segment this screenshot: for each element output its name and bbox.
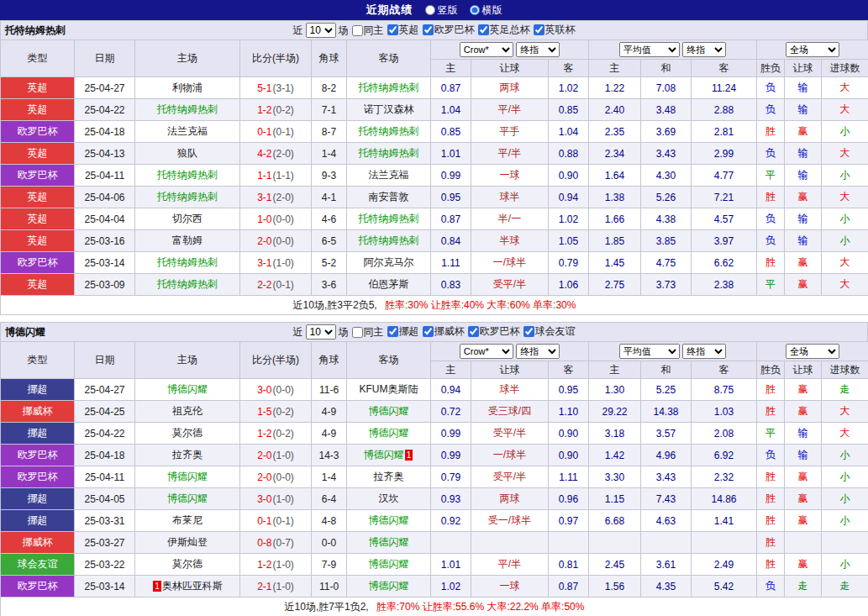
team-name-text: 拉齐奥: [172, 449, 203, 461]
league-checkbox[interactable]: [423, 24, 434, 35]
avg-home-cell: 1.64: [589, 165, 641, 187]
same-home-filter[interactable]: 同主: [349, 24, 384, 38]
league-checkbox[interactable]: [468, 326, 479, 337]
league-cell: 英超: [1, 187, 75, 208]
fulltime-select[interactable]: 全场: [786, 344, 839, 359]
date-cell: 25-04-11: [75, 165, 135, 187]
home-team-cell: 莫尔德: [135, 423, 240, 445]
halftime-score: (0-2): [273, 406, 294, 418]
match-row: 挪超25-04-05博德闪耀3-0(1-0)6-4汉坎0.93两球0.961.1…: [1, 488, 868, 510]
league-checkbox[interactable]: [387, 24, 398, 35]
league-filter[interactable]: 英联杯: [530, 23, 576, 37]
vertical-layout-label: 竖版: [438, 3, 458, 18]
summary-cell: 近10场,胜7平1负2, 胜率:70% 让胜率:55.6% 大率:22.2% 单…: [1, 598, 868, 616]
odds-time-select[interactable]: 终指: [516, 42, 560, 57]
layout-option-vertical[interactable]: 竖版: [425, 3, 458, 18]
same-home-checkbox[interactable]: [352, 25, 363, 36]
avg-away-cell: 4.57: [692, 208, 757, 230]
match-row: 挪超25-04-27博德闪耀3-0(0-0)11-6KFUM奥斯陆0.94球半0…: [1, 379, 868, 401]
league-checkbox[interactable]: [423, 326, 434, 337]
avg-time-select[interactable]: 终指: [682, 344, 726, 359]
away-team-cell: 博德闪耀1: [347, 445, 431, 466]
home-odds-cell: 1.11: [431, 252, 471, 274]
col-handicap: 让球: [471, 60, 549, 77]
score-cell: 2-0(1-0): [240, 445, 312, 466]
corner-cell: 4-1: [312, 187, 347, 208]
league-checkbox[interactable]: [534, 24, 544, 35]
col-result: 胜负: [757, 361, 785, 379]
league-checkbox[interactable]: [387, 326, 398, 337]
layout-option-horizontal[interactable]: 横版: [470, 3, 502, 18]
corner-cell: 6-5: [312, 230, 347, 252]
league-filter[interactable]: 英超: [384, 23, 419, 37]
summary-row: 近10场,胜7平1负2, 胜率:70% 让胜率:55.6% 大率:22.2% 单…: [1, 598, 868, 616]
avg-home-cell: 2.45: [589, 554, 641, 576]
date-cell: 25-03-09: [75, 274, 135, 296]
avg-away-cell: 2.32: [692, 466, 757, 488]
avg-away-cell: 7.21: [692, 187, 757, 208]
home-team-cell: 利物浦: [135, 77, 240, 99]
avg-source-select[interactable]: 平均值: [619, 344, 680, 359]
fulltime-score: 2-0: [257, 235, 271, 247]
home-odds-cell: 0.99: [431, 423, 471, 445]
goals-result-cell: 小: [822, 466, 868, 488]
same-home-filter[interactable]: 同主: [349, 325, 384, 340]
goals-result-cell: 小: [822, 445, 868, 466]
avg-time-select[interactable]: 终指: [682, 42, 726, 57]
same-home-checkbox[interactable]: [352, 327, 363, 338]
vertical-layout-radio[interactable]: [425, 5, 435, 15]
match-count-select[interactable]: 10: [306, 324, 336, 340]
league-cell: 欧罗巴杯: [1, 466, 75, 488]
avg-source-select[interactable]: 平均值: [619, 42, 680, 57]
avg-away-cell: 2.99: [692, 143, 757, 165]
match-count-select[interactable]: 10: [306, 23, 336, 38]
result-cell: 胜: [757, 532, 785, 554]
corner-cell: 5-2: [312, 252, 347, 274]
home-odds-cell: 0.99: [431, 165, 471, 187]
halftime-score: (1-0): [273, 493, 294, 505]
horizontal-layout-radio[interactable]: [470, 5, 480, 15]
date-cell: 25-04-27: [75, 77, 135, 99]
league-checkbox[interactable]: [523, 326, 534, 337]
avg-draw-cell: 3.61: [641, 554, 692, 576]
home-team-cell: 莫尔德: [135, 554, 240, 576]
filter-bar: 近 10 场 同主 英超欧罗巴杯英足总杯英联杯: [293, 23, 576, 38]
team-name-text: 莫尔德: [172, 427, 203, 439]
handicap-result-cell: 赢: [785, 510, 822, 532]
league-filter[interactable]: 英足总杯: [475, 23, 530, 37]
results-table: 类型 日期 主场 比分(半场) 角球 客场 Crow* 终指 平均值 终指 全场: [0, 39, 868, 315]
odds-time-select[interactable]: 终指: [516, 344, 560, 359]
fulltime-select[interactable]: 全场: [786, 42, 839, 57]
handicap-result-cell: 输: [785, 445, 822, 466]
league-filter[interactable]: 欧罗巴杯: [465, 324, 520, 339]
avg-away-cell: [692, 532, 757, 554]
league-filter[interactable]: 球会友谊: [520, 324, 576, 339]
avg-draw-cell: 4.30: [641, 165, 692, 187]
score-cell: 0-1(0-1): [240, 510, 312, 532]
goals-result-cell: 大: [822, 77, 868, 99]
away-team-cell: 托特纳姆热刺: [347, 121, 431, 143]
goals-result-cell: 小: [822, 165, 868, 187]
league-filter[interactable]: 挪威杯: [419, 324, 465, 339]
odds-source-select[interactable]: Crow*: [460, 344, 513, 359]
league-filter[interactable]: 挪超: [384, 324, 419, 339]
match-row: 英超25-04-22托特纳姆热刺1-2(0-2)7-1诺丁汉森林1.04平/半0…: [1, 99, 868, 121]
avg-away-cell: 14.86: [692, 488, 757, 510]
handicap-result-cell: 走: [785, 576, 822, 598]
col-avg-away: 客: [692, 60, 757, 77]
league-filter-label: 欧罗巴杯: [480, 324, 520, 339]
odds-group-header: Crow* 终指: [431, 40, 589, 60]
league-checkbox[interactable]: [478, 24, 489, 35]
fulltime-score: 4-2: [257, 148, 271, 160]
odds-source-select[interactable]: Crow*: [460, 42, 513, 57]
col-handicap-result: 让球: [785, 60, 822, 77]
avg-away-cell: 2.88: [692, 99, 757, 121]
home-odds-cell: 0.94: [431, 379, 471, 401]
match-row: 英超25-04-04切尔西1-0(0-0)4-6托特纳姆热刺0.87半/一1.0…: [1, 208, 868, 230]
away-odds-cell: 0.88: [549, 143, 589, 165]
home-team-cell: 托特纳姆热刺: [135, 252, 240, 274]
league-filter[interactable]: 欧罗巴杯: [419, 23, 475, 37]
halftime-score: (1-0): [273, 559, 294, 571]
score-cell: 1-5(0-2): [240, 401, 312, 423]
handicap-cell: 两球: [471, 77, 549, 99]
